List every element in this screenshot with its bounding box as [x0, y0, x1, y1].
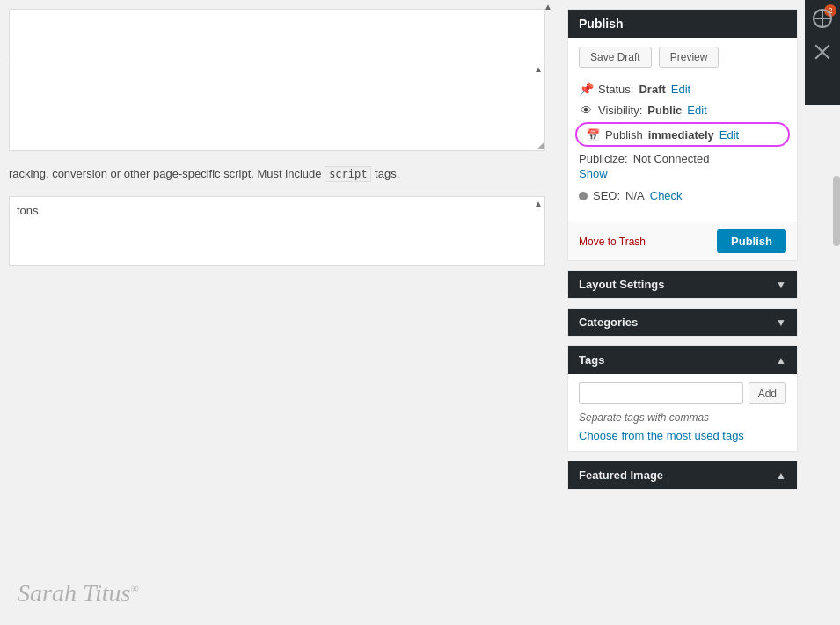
- categories-panel: Categories ▼: [567, 308, 798, 337]
- preview-button[interactable]: Preview: [659, 47, 719, 68]
- visibility-label: Visibility:: [598, 104, 642, 117]
- publish-panel: Publish Save Draft Preview 📌 Status: Dra…: [567, 9, 798, 261]
- layout-settings-title: Layout Settings: [579, 278, 665, 291]
- main-content: ▲ ▲ ◢ racking, conversion or other page-…: [0, 0, 554, 625]
- status-edit-link[interactable]: Edit: [671, 83, 690, 96]
- seo-value: N/A: [625, 189, 645, 202]
- publicize-show-link[interactable]: Show: [579, 167, 786, 180]
- editor-area-2: ▲ tons.: [9, 196, 545, 266]
- resize-handle[interactable]: ◢: [534, 140, 544, 150]
- tags-body: Add Separate tags with commas Choose fro…: [568, 374, 797, 451]
- featured-image-panel: Featured Image ▲: [567, 461, 798, 490]
- visibility-value: Public: [647, 104, 682, 117]
- status-value: Draft: [639, 83, 665, 96]
- add-tag-button[interactable]: Add: [749, 382, 786, 404]
- script-section: racking, conversion or other page-specif…: [9, 160, 545, 187]
- seo-check-link[interactable]: Check: [650, 189, 683, 202]
- publish-panel-header: Publish: [568, 10, 797, 38]
- layout-settings-header[interactable]: Layout Settings ▼: [568, 271, 797, 298]
- publish-time-edit-link[interactable]: Edit: [719, 128, 739, 142]
- featured-image-chevron: ▲: [776, 469, 786, 482]
- panel-actions: Save Draft Preview: [579, 47, 786, 68]
- visibility-edit-link[interactable]: Edit: [687, 104, 706, 117]
- buttons-text: tons.: [10, 197, 544, 224]
- publish-time-row: 📅 Publish immediately Edit: [579, 122, 786, 147]
- publish-panel-footer: Move to Trash Publish: [568, 222, 797, 260]
- top-icons: 2: [805, 0, 840, 105]
- scroll-arrow-1: ▲: [544, 2, 552, 11]
- scroll-arrow-3: ▲: [534, 199, 543, 208]
- tags-chevron: ▲: [776, 354, 786, 367]
- tags-title: Tags: [579, 353, 604, 367]
- script-text: racking, conversion or other page-specif…: [9, 167, 322, 180]
- close-icon[interactable]: [813, 41, 832, 61]
- pin-icon: 📌: [579, 82, 593, 96]
- categories-title: Categories: [579, 316, 638, 329]
- featured-image-title: Featured Image: [579, 469, 663, 482]
- status-row: 📌 Status: Draft Edit: [579, 78, 786, 99]
- publish-panel-body: Save Draft Preview 📌 Status: Draft Edit …: [568, 38, 797, 222]
- editor-box-1: ▲: [10, 10, 544, 62]
- editor-box-2[interactable]: ▲ ◢: [10, 62, 544, 150]
- publish-button[interactable]: Publish: [717, 229, 786, 253]
- publish-meta: 📌 Status: Draft Edit 👁 Visibility: Publi…: [579, 78, 786, 207]
- publish-time-label: Publish: [605, 128, 643, 142]
- choose-tags-link[interactable]: Choose from the most used tags: [579, 429, 744, 442]
- publish-time-value: immediately: [648, 128, 714, 142]
- scroll-arrow-2: ▲: [534, 64, 543, 74]
- tags-panel: Tags ▲ Add Separate tags with commas Cho…: [567, 345, 798, 452]
- editor-area-1: ▲ ▲ ◢: [9, 9, 545, 151]
- tags-input-row: Add: [579, 382, 786, 404]
- visibility-row: 👁 Visibility: Public Edit: [579, 99, 786, 120]
- publicize-row: Publicize: Not Connected: [579, 152, 786, 165]
- sidebar: 2 Publish Save Draft Preview 📌 Status: D…: [559, 0, 840, 625]
- logo-text: Sarah Titus: [18, 579, 130, 607]
- seo-dot: [579, 192, 588, 200]
- publicize-label: Publicize:: [579, 152, 628, 165]
- move-to-trash-button[interactable]: Move to Trash: [579, 236, 646, 248]
- seo-row: SEO: N/A Check: [579, 184, 786, 207]
- notifications-icon-badge[interactable]: 2: [808, 4, 836, 33]
- eye-icon: 👁: [579, 103, 593, 117]
- scrollbar-thumb[interactable]: [833, 176, 840, 246]
- sarah-titus-logo: Sarah Titus®: [18, 579, 139, 607]
- categories-header[interactable]: Categories ▼: [568, 309, 797, 336]
- globe-icon: [813, 9, 832, 28]
- seo-label: SEO:: [593, 189, 620, 202]
- status-label: Status:: [598, 83, 633, 96]
- close-icon-badge[interactable]: [808, 37, 836, 65]
- publish-panel-title: Publish: [579, 17, 624, 31]
- layout-settings-panel: Layout Settings ▼: [567, 270, 798, 299]
- save-draft-button[interactable]: Save Draft: [579, 47, 652, 68]
- categories-chevron: ▼: [776, 316, 786, 329]
- publicize-section: Publicize: Not Connected Show: [579, 149, 786, 184]
- tags-input[interactable]: [579, 382, 743, 404]
- calendar-icon: 📅: [586, 127, 600, 142]
- featured-image-header[interactable]: Featured Image ▲: [568, 461, 797, 489]
- publicize-value: Not Connected: [633, 152, 710, 165]
- code-tag: script: [325, 166, 371, 182]
- tags-hint: Separate tags with commas: [579, 411, 786, 424]
- script-suffix: tags.: [375, 167, 399, 180]
- layout-settings-chevron: ▼: [776, 279, 786, 291]
- tags-header[interactable]: Tags ▲: [568, 346, 797, 374]
